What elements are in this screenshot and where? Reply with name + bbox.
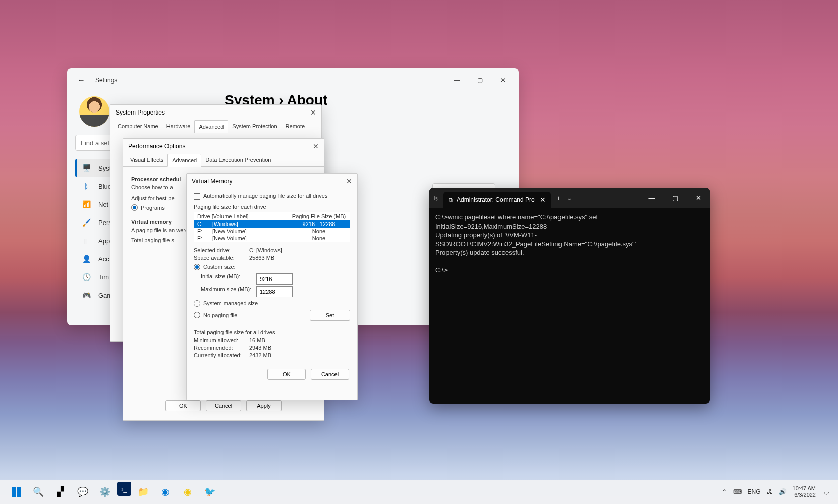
label: Total paging file size for all drives [194, 329, 350, 335]
nav-label: Net [98, 201, 108, 208]
nav-label: App [98, 237, 110, 245]
cmd-icon: ⧉ [449, 197, 453, 203]
nav-icon: 🕓 [81, 272, 91, 282]
apply-button[interactable]: Apply [246, 400, 282, 411]
close-button[interactable]: ✕ [687, 190, 710, 206]
tab[interactable]: Computer Name [114, 120, 162, 133]
nav-icon: 🎮 [81, 290, 91, 300]
nav-icon: 🖥️ [81, 163, 91, 173]
no-paging-radio[interactable]: No paging file Set [194, 310, 350, 321]
set-button[interactable]: Set [310, 310, 350, 321]
auto-manage-checkbox[interactable]: Automatically manage paging file size fo… [194, 193, 327, 199]
maximize-button[interactable]: ▢ [663, 190, 687, 206]
drive-row[interactable]: F:[New Volume]None [194, 235, 350, 242]
keyboard-icon[interactable]: ⌨ [733, 488, 742, 495]
explorer-icon[interactable]: 📁 [133, 482, 153, 502]
minimize-button[interactable]: — [640, 190, 663, 206]
task-view-icon[interactable]: ▞ [50, 482, 71, 502]
start-button[interactable] [6, 482, 26, 502]
edge-canary-icon[interactable]: ◉ [178, 482, 198, 502]
tab[interactable]: Visual Effects [126, 154, 167, 166]
tab[interactable]: Hardware [162, 120, 195, 133]
tab-dropdown-button[interactable]: ⌄ [567, 194, 572, 202]
nav-label: Tim [98, 273, 109, 281]
terminal-tab[interactable]: ⧉ Administrator: Command Pro ✕ [443, 192, 551, 208]
virtual-memory-dialog: Virtual Memory ✕ Automatically manage pa… [186, 173, 358, 400]
ok-button[interactable]: OK [165, 400, 201, 411]
cancel-button[interactable]: Cancel [206, 400, 241, 411]
dialog-title: Virtual Memory [192, 178, 346, 185]
new-tab-button[interactable]: + [551, 194, 567, 202]
system-managed-radio[interactable]: System managed size [194, 300, 350, 307]
nav-icon: 👤 [81, 254, 91, 264]
settings-title: Settings [91, 77, 445, 84]
tab[interactable]: Advanced [167, 154, 201, 167]
close-button[interactable]: ✕ [491, 72, 515, 88]
close-icon[interactable]: ✕ [310, 108, 316, 117]
dialog-title: System Properties [116, 109, 310, 116]
nav-icon: ᛒ [81, 181, 91, 191]
shield-icon: ⛨ [429, 194, 439, 202]
taskbar: 🔍 ▞ 💬 ⚙️ ›_ 📁 ◉ ◉ 🐦 ⌃ ⌨ ENG 🖧 🔊 10:47 AM… [0, 480, 838, 504]
nav-icon: 📶 [81, 199, 91, 209]
dialog-title: Performance Options [128, 143, 313, 150]
tab-close-icon[interactable]: ✕ [540, 196, 546, 204]
maximize-button[interactable]: ▢ [468, 72, 491, 88]
clock[interactable]: 10:47 AM 6/3/2022 [793, 485, 818, 498]
terminal-titlebar: ⛨ ⧉ Administrator: Command Pro ✕ + ⌄ — ▢… [429, 188, 710, 208]
nav-label: Acc [98, 255, 109, 263]
tab-title: Administrator: Command Pro [457, 196, 535, 203]
edge-icon[interactable]: ◉ [155, 482, 176, 502]
terminal-window: ⛨ ⧉ Administrator: Command Pro ✕ + ⌄ — ▢… [429, 188, 710, 404]
label: Paging file size for each drive [194, 204, 350, 210]
notifications-icon[interactable]: ◡ [824, 488, 832, 495]
tab[interactable]: Data Execution Prevention [201, 154, 275, 166]
tab[interactable]: Advanced [194, 120, 228, 133]
close-icon[interactable]: ✕ [313, 142, 319, 150]
tab[interactable]: System Protection [228, 120, 281, 133]
drive-row[interactable]: E:[New Volume]None [194, 228, 350, 235]
tray-chevron-icon[interactable]: ⌃ [722, 488, 727, 495]
nav-icon: ▦ [81, 236, 91, 246]
drive-list[interactable]: Drive [Volume Label]Paging File Size (MB… [194, 212, 350, 242]
chat-icon[interactable]: 💬 [73, 482, 93, 502]
language-indicator[interactable]: ENG [748, 488, 761, 495]
initial-size-input[interactable] [256, 273, 293, 285]
tab[interactable]: Remote [282, 120, 309, 133]
volume-icon[interactable]: 🔊 [779, 488, 787, 495]
nav-label: Syst [98, 164, 111, 172]
settings-taskbar-icon[interactable]: ⚙️ [95, 482, 115, 502]
network-icon[interactable]: 🖧 [767, 488, 773, 495]
drive-row[interactable]: C:[Windows]9216 - 12288 [194, 220, 350, 228]
custom-size-radio[interactable]: Custom size: [194, 264, 350, 270]
minimize-button[interactable]: — [445, 72, 468, 88]
user-avatar[interactable] [79, 96, 109, 127]
max-size-input[interactable] [256, 286, 293, 297]
nav-icon: 🖌️ [81, 217, 91, 228]
terminal-output[interactable]: C:\>wmic pagefileset where name="C:\\pag… [429, 208, 710, 280]
back-button[interactable]: ← [71, 76, 91, 85]
close-icon[interactable]: ✕ [346, 177, 352, 185]
search-icon[interactable]: 🔍 [28, 482, 48, 502]
ok-button[interactable]: OK [267, 369, 306, 380]
settings-titlebar: ← Settings — ▢ ✕ [67, 68, 519, 92]
terminal-taskbar-icon[interactable]: ›_ [117, 482, 131, 496]
app-icon[interactable]: 🐦 [200, 482, 220, 502]
cancel-button[interactable]: Cancel [311, 369, 349, 380]
